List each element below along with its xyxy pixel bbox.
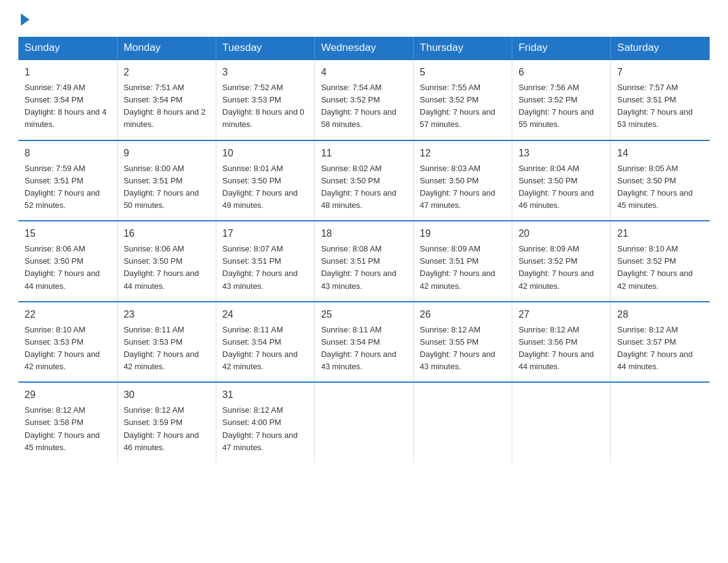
- day-number: 16: [124, 226, 210, 241]
- page-header: [18, 12, 710, 26]
- day-info: Sunrise: 8:05 AMSunset: 3:50 PMDaylight:…: [617, 164, 692, 210]
- calendar-cell: 9Sunrise: 8:00 AMSunset: 3:51 PMDaylight…: [117, 140, 216, 221]
- day-number: 1: [25, 65, 111, 80]
- calendar-cell: 15Sunrise: 8:06 AMSunset: 3:50 PMDayligh…: [18, 221, 117, 302]
- day-number: 25: [321, 307, 407, 322]
- day-info: Sunrise: 8:00 AMSunset: 3:51 PMDaylight:…: [124, 164, 199, 210]
- day-info: Sunrise: 7:57 AMSunset: 3:51 PMDaylight:…: [617, 83, 692, 129]
- calendar-cell: 22Sunrise: 8:10 AMSunset: 3:53 PMDayligh…: [18, 302, 117, 383]
- calendar-cell: 5Sunrise: 7:55 AMSunset: 3:52 PMDaylight…: [414, 59, 512, 140]
- logo-blue-text: [18, 12, 29, 26]
- day-number: 30: [124, 388, 210, 402]
- calendar-cell: 28Sunrise: 8:12 AMSunset: 3:57 PMDayligh…: [611, 302, 710, 383]
- calendar-cell: 25Sunrise: 8:11 AMSunset: 3:54 PMDayligh…: [314, 302, 413, 383]
- calendar-row-4: 22Sunrise: 8:10 AMSunset: 3:53 PMDayligh…: [18, 302, 710, 383]
- calendar-cell: 21Sunrise: 8:10 AMSunset: 3:52 PMDayligh…: [611, 221, 710, 302]
- day-info: Sunrise: 8:06 AMSunset: 3:50 PMDaylight:…: [124, 244, 199, 290]
- calendar-cell: [512, 382, 611, 462]
- calendar-cell: 26Sunrise: 8:12 AMSunset: 3:55 PMDayligh…: [414, 302, 512, 383]
- day-number: 20: [518, 226, 604, 241]
- calendar-cell: 8Sunrise: 7:59 AMSunset: 3:51 PMDaylight…: [18, 140, 117, 221]
- calendar-cell: 24Sunrise: 8:11 AMSunset: 3:54 PMDayligh…: [216, 302, 314, 383]
- day-number: 31: [222, 388, 308, 402]
- day-number: 2: [124, 65, 210, 80]
- day-info: Sunrise: 8:10 AMSunset: 3:52 PMDaylight:…: [617, 244, 692, 290]
- calendar-cell: [611, 382, 710, 462]
- day-number: 28: [617, 307, 703, 322]
- day-number: 10: [222, 146, 308, 161]
- calendar-cell: 29Sunrise: 8:12 AMSunset: 3:58 PMDayligh…: [18, 382, 117, 462]
- col-friday: Friday: [512, 37, 611, 59]
- day-number: 4: [321, 65, 407, 80]
- day-info: Sunrise: 8:07 AMSunset: 3:51 PMDaylight:…: [222, 244, 298, 290]
- calendar-cell: 16Sunrise: 8:06 AMSunset: 3:50 PMDayligh…: [117, 221, 216, 302]
- calendar-cell: 20Sunrise: 8:09 AMSunset: 3:52 PMDayligh…: [512, 221, 611, 302]
- calendar-cell: 13Sunrise: 8:04 AMSunset: 3:50 PMDayligh…: [512, 140, 611, 221]
- day-info: Sunrise: 7:49 AMSunset: 3:54 PMDaylight:…: [25, 83, 107, 129]
- calendar-cell: 2Sunrise: 7:51 AMSunset: 3:54 PMDaylight…: [117, 59, 216, 140]
- calendar-row-1: 1Sunrise: 7:49 AMSunset: 3:54 PMDaylight…: [18, 59, 710, 140]
- calendar-cell: 10Sunrise: 8:01 AMSunset: 3:50 PMDayligh…: [216, 140, 314, 221]
- day-info: Sunrise: 8:12 AMSunset: 3:55 PMDaylight:…: [420, 325, 495, 371]
- day-info: Sunrise: 8:12 AMSunset: 3:58 PMDaylight:…: [25, 405, 100, 451]
- day-info: Sunrise: 8:12 AMSunset: 3:56 PMDaylight:…: [518, 325, 594, 371]
- day-number: 29: [25, 388, 111, 402]
- logo: [18, 12, 29, 26]
- col-thursday: Thursday: [414, 37, 512, 59]
- day-info: Sunrise: 7:54 AMSunset: 3:52 PMDaylight:…: [321, 83, 396, 129]
- day-info: Sunrise: 8:11 AMSunset: 3:54 PMDaylight:…: [222, 325, 298, 371]
- day-info: Sunrise: 8:12 AMSunset: 4:00 PMDaylight:…: [222, 405, 298, 451]
- day-info: Sunrise: 8:04 AMSunset: 3:50 PMDaylight:…: [518, 164, 594, 210]
- day-number: 14: [617, 146, 703, 161]
- calendar-cell: 7Sunrise: 7:57 AMSunset: 3:51 PMDaylight…: [611, 59, 710, 140]
- day-info: Sunrise: 8:11 AMSunset: 3:54 PMDaylight:…: [321, 325, 396, 371]
- calendar-cell: 6Sunrise: 7:56 AMSunset: 3:52 PMDaylight…: [512, 59, 611, 140]
- day-info: Sunrise: 8:12 AMSunset: 3:59 PMDaylight:…: [124, 405, 199, 451]
- calendar-cell: 23Sunrise: 8:11 AMSunset: 3:53 PMDayligh…: [117, 302, 216, 383]
- calendar-cell: 31Sunrise: 8:12 AMSunset: 4:00 PMDayligh…: [216, 382, 314, 462]
- col-saturday: Saturday: [611, 37, 710, 59]
- calendar-cell: 4Sunrise: 7:54 AMSunset: 3:52 PMDaylight…: [314, 59, 413, 140]
- calendar-cell: 3Sunrise: 7:52 AMSunset: 3:53 PMDaylight…: [216, 59, 314, 140]
- day-info: Sunrise: 7:59 AMSunset: 3:51 PMDaylight:…: [25, 164, 100, 210]
- day-info: Sunrise: 7:55 AMSunset: 3:52 PMDaylight:…: [420, 83, 495, 129]
- day-info: Sunrise: 7:56 AMSunset: 3:52 PMDaylight:…: [518, 83, 594, 129]
- calendar-cell: [414, 382, 512, 462]
- col-sunday: Sunday: [18, 37, 117, 59]
- day-number: 22: [25, 307, 111, 322]
- calendar-cell: 1Sunrise: 7:49 AMSunset: 3:54 PMDaylight…: [18, 59, 117, 140]
- calendar-cell: [314, 382, 413, 462]
- day-number: 7: [617, 65, 703, 80]
- day-info: Sunrise: 8:10 AMSunset: 3:53 PMDaylight:…: [25, 325, 100, 371]
- day-number: 21: [617, 226, 703, 241]
- day-number: 15: [25, 226, 111, 241]
- day-info: Sunrise: 8:09 AMSunset: 3:51 PMDaylight:…: [420, 244, 495, 290]
- day-info: Sunrise: 8:08 AMSunset: 3:51 PMDaylight:…: [321, 244, 396, 290]
- day-number: 3: [222, 65, 308, 80]
- day-info: Sunrise: 8:09 AMSunset: 3:52 PMDaylight:…: [518, 244, 594, 290]
- day-number: 17: [222, 226, 308, 241]
- day-number: 27: [518, 307, 604, 322]
- day-number: 8: [25, 146, 111, 161]
- col-wednesday: Wednesday: [314, 37, 413, 59]
- day-number: 9: [124, 146, 210, 161]
- calendar-cell: 11Sunrise: 8:02 AMSunset: 3:50 PMDayligh…: [314, 140, 413, 221]
- day-info: Sunrise: 8:01 AMSunset: 3:50 PMDaylight:…: [222, 164, 298, 210]
- col-tuesday: Tuesday: [216, 37, 314, 59]
- day-info: Sunrise: 8:06 AMSunset: 3:50 PMDaylight:…: [25, 244, 100, 290]
- calendar-cell: 27Sunrise: 8:12 AMSunset: 3:56 PMDayligh…: [512, 302, 611, 383]
- day-info: Sunrise: 8:11 AMSunset: 3:53 PMDaylight:…: [124, 325, 199, 371]
- calendar-header: Sunday Monday Tuesday Wednesday Thursday…: [18, 37, 710, 59]
- calendar-row-2: 8Sunrise: 7:59 AMSunset: 3:51 PMDaylight…: [18, 140, 710, 221]
- day-number: 23: [124, 307, 210, 322]
- calendar-table: Sunday Monday Tuesday Wednesday Thursday…: [18, 37, 710, 462]
- day-info: Sunrise: 8:03 AMSunset: 3:50 PMDaylight:…: [420, 164, 495, 210]
- day-number: 11: [321, 146, 407, 161]
- calendar-cell: 19Sunrise: 8:09 AMSunset: 3:51 PMDayligh…: [414, 221, 512, 302]
- day-info: Sunrise: 7:52 AMSunset: 3:53 PMDaylight:…: [222, 83, 305, 129]
- col-monday: Monday: [117, 37, 216, 59]
- day-info: Sunrise: 7:51 AMSunset: 3:54 PMDaylight:…: [124, 83, 206, 129]
- day-info: Sunrise: 8:12 AMSunset: 3:57 PMDaylight:…: [617, 325, 692, 371]
- calendar-cell: 30Sunrise: 8:12 AMSunset: 3:59 PMDayligh…: [117, 382, 216, 462]
- day-number: 24: [222, 307, 308, 322]
